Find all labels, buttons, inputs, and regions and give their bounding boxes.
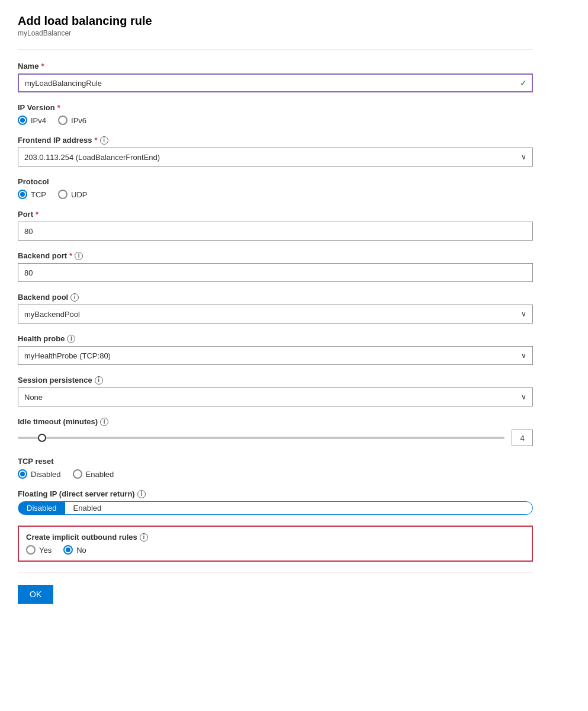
session-persistence-group: Session persistence i None ∨ xyxy=(18,376,533,406)
health-probe-dropdown[interactable]: myHealthProbe (TCP:80) ∨ xyxy=(18,346,533,365)
session-persistence-label: Session persistence i xyxy=(18,376,533,385)
session-persistence-value: None xyxy=(24,393,43,402)
backend-pool-info-icon[interactable]: i xyxy=(70,293,79,302)
protocol-tcp-radio[interactable] xyxy=(18,190,27,199)
backend-pool-value: myBackendPool xyxy=(24,310,80,319)
tcp-reset-enabled-option[interactable]: Enabled xyxy=(73,469,114,479)
health-probe-label: Health probe i xyxy=(18,334,533,343)
health-probe-arrow-icon: ∨ xyxy=(521,351,526,360)
implicit-outbound-section: Create implicit outbound rules i Yes No xyxy=(18,526,533,562)
protocol-radio-group: TCP UDP xyxy=(18,190,533,199)
page-title: Add load balancing rule xyxy=(18,14,533,28)
ip-version-ipv6-radio[interactable] xyxy=(58,116,68,125)
tcp-reset-label: TCP reset xyxy=(18,457,533,466)
protocol-tcp-option[interactable]: TCP xyxy=(18,190,46,199)
health-probe-group: Health probe i myHealthProbe (TCP:80) ∨ xyxy=(18,334,533,365)
backend-port-input[interactable] xyxy=(18,263,533,282)
port-required: * xyxy=(36,210,38,219)
frontend-ip-dropdown[interactable]: 203.0.113.254 (LoadBalancerFrontEnd) ∨ xyxy=(18,148,533,166)
protocol-tcp-label: TCP xyxy=(31,190,46,199)
ip-version-ipv4-label: IPv4 xyxy=(31,116,46,125)
title-divider xyxy=(18,49,533,50)
bottom-divider xyxy=(18,572,533,573)
tcp-reset-disabled-radio[interactable] xyxy=(18,469,27,479)
floating-ip-info-icon[interactable]: i xyxy=(137,490,146,498)
floating-ip-label: Floating IP (direct server return) i xyxy=(18,489,533,498)
session-persistence-dropdown[interactable]: None ∨ xyxy=(18,387,533,406)
frontend-ip-value: 203.0.113.254 (LoadBalancerFrontEnd) xyxy=(24,153,160,162)
name-field-group: Name * ✓ xyxy=(18,62,533,92)
ip-version-ipv6-option[interactable]: IPv6 xyxy=(58,116,86,125)
protocol-udp-radio[interactable] xyxy=(58,190,68,199)
idle-timeout-slider-track xyxy=(18,437,505,439)
ip-version-ipv6-label: IPv6 xyxy=(71,116,86,125)
name-input[interactable] xyxy=(18,73,533,92)
ip-version-required: * xyxy=(57,103,60,112)
name-label: Name * xyxy=(18,62,533,71)
idle-timeout-info-icon[interactable]: i xyxy=(100,418,108,426)
ok-button[interactable]: OK xyxy=(18,585,53,604)
floating-ip-group: Floating IP (direct server return) i Dis… xyxy=(18,489,533,515)
backend-pool-dropdown[interactable]: myBackendPool ∨ xyxy=(18,305,533,324)
tcp-reset-radio-group: Disabled Enabled xyxy=(18,469,533,479)
tcp-reset-enabled-label: Enabled xyxy=(86,470,114,479)
idle-timeout-slider-container: 4 xyxy=(18,430,533,446)
implicit-outbound-label: Create implicit outbound rules i xyxy=(26,533,525,542)
frontend-ip-group: Frontend IP address * i 203.0.113.254 (L… xyxy=(18,136,533,166)
name-check-icon: ✓ xyxy=(520,78,527,88)
idle-timeout-label: Idle timeout (minutes) i xyxy=(18,417,533,426)
backend-pool-group: Backend pool i myBackendPool ∨ xyxy=(18,293,533,324)
ip-version-group: IP Version * IPv4 IPv6 xyxy=(18,103,533,125)
floating-ip-disabled-btn[interactable]: Disabled xyxy=(18,502,65,514)
floating-ip-enabled-btn[interactable]: Enabled xyxy=(65,502,110,514)
tcp-reset-group: TCP reset Disabled Enabled xyxy=(18,457,533,479)
idle-timeout-value: 4 xyxy=(520,434,524,443)
tcp-reset-disabled-dot xyxy=(20,472,25,476)
port-label: Port * xyxy=(18,210,533,219)
protocol-label: Protocol xyxy=(18,177,533,186)
frontend-ip-required: * xyxy=(94,136,97,145)
ip-version-ipv4-radio[interactable] xyxy=(18,116,27,125)
session-persistence-arrow-icon: ∨ xyxy=(521,393,526,401)
page-subtitle: myLoadBalancer xyxy=(18,29,533,37)
tcp-reset-disabled-label: Disabled xyxy=(31,470,61,479)
implicit-outbound-no-label: No xyxy=(76,546,86,555)
frontend-ip-info-icon[interactable]: i xyxy=(100,136,108,145)
ip-version-ipv4-option[interactable]: IPv4 xyxy=(18,116,46,125)
implicit-outbound-no-dot xyxy=(66,547,70,552)
implicit-outbound-radio-group: Yes No xyxy=(26,545,525,555)
implicit-outbound-no-radio[interactable] xyxy=(63,545,73,555)
frontend-ip-arrow-icon: ∨ xyxy=(521,153,526,161)
frontend-ip-label: Frontend IP address * i xyxy=(18,136,533,145)
implicit-outbound-yes-option[interactable]: Yes xyxy=(26,545,52,555)
backend-port-group: Backend port * i xyxy=(18,251,533,282)
backend-port-info-icon[interactable]: i xyxy=(75,252,83,260)
implicit-outbound-info-icon[interactable]: i xyxy=(140,533,148,542)
protocol-tcp-dot xyxy=(20,192,25,197)
health-probe-value: myHealthProbe (TCP:80) xyxy=(24,351,111,360)
idle-timeout-value-box: 4 xyxy=(512,430,533,446)
backend-port-required: * xyxy=(69,251,72,260)
protocol-udp-label: UDP xyxy=(71,190,87,199)
ip-version-ipv4-dot xyxy=(20,118,25,123)
port-input[interactable] xyxy=(18,222,533,241)
floating-ip-toggle[interactable]: Disabled Enabled xyxy=(18,501,533,515)
name-input-wrapper: ✓ xyxy=(18,73,533,92)
ip-version-radio-group: IPv4 IPv6 xyxy=(18,116,533,125)
backend-pool-arrow-icon: ∨ xyxy=(521,310,526,318)
name-required: * xyxy=(41,62,44,71)
tcp-reset-enabled-radio[interactable] xyxy=(73,469,82,479)
port-field-group: Port * xyxy=(18,210,533,241)
backend-pool-label: Backend pool i xyxy=(18,293,533,302)
implicit-outbound-yes-radio[interactable] xyxy=(26,545,36,555)
ip-version-label: IP Version * xyxy=(18,103,533,112)
session-persistence-info-icon[interactable]: i xyxy=(95,376,103,385)
implicit-outbound-yes-label: Yes xyxy=(39,546,52,555)
health-probe-info-icon[interactable]: i xyxy=(67,335,75,343)
tcp-reset-disabled-option[interactable]: Disabled xyxy=(18,469,61,479)
implicit-outbound-no-option[interactable]: No xyxy=(63,545,86,555)
backend-port-label: Backend port * i xyxy=(18,251,533,260)
idle-timeout-slider-thumb[interactable] xyxy=(38,434,46,442)
idle-timeout-group: Idle timeout (minutes) i 4 xyxy=(18,417,533,446)
protocol-udp-option[interactable]: UDP xyxy=(58,190,87,199)
